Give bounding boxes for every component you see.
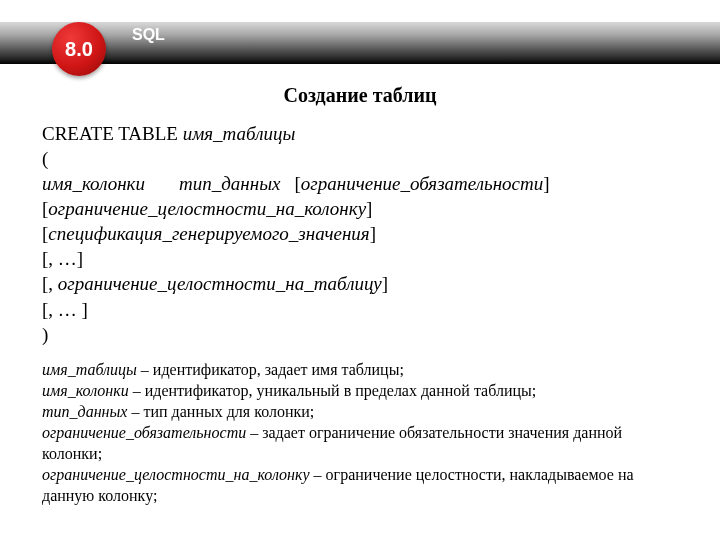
syntax-repeat-1: [, …] (42, 246, 678, 271)
ph-null-constraint: ограничение_обязательности (301, 173, 543, 194)
def-term: имя_колонки (42, 382, 129, 399)
definition-row: ограничение_целостности_на_колонку – огр… (42, 464, 678, 506)
keyword-create-table: CREATE TABLE (42, 123, 178, 144)
ph-col-name: имя_колонки (42, 173, 145, 194)
syntax-line-col: имя_колонкитип_данных[ограничение_обязат… (42, 171, 678, 196)
bracket-close-3: ] (370, 223, 376, 244)
syntax-repeat-2: [, … ] (42, 297, 678, 322)
ph-col-constraint: ограничение_целостности_на_колонку (48, 198, 366, 219)
definition-row: имя_колонки – идентификатор, уникальный … (42, 380, 678, 401)
bracket-close-2: ] (366, 198, 372, 219)
bracket-close-1: ] (543, 173, 549, 194)
version-badge-text: 8.0 (65, 38, 93, 61)
syntax-line-col-constraint: [ограничение_целостности_на_колонку] (42, 196, 678, 221)
ph-table-constraint: ограничение_целостности_на_таблицу (58, 273, 382, 294)
def-term: ограничение_обязательности (42, 424, 246, 441)
def-term: ограничение_целостности_на_колонку (42, 466, 310, 483)
syntax-open-paren: ( (42, 146, 678, 171)
ph-gen-spec: спецификация_генерируемого_значения (48, 223, 369, 244)
def-text: – идентификатор, уникальный в пределах д… (129, 382, 537, 399)
ph-table-name: имя_таблицы (183, 123, 296, 144)
def-term: имя_таблицы (42, 361, 137, 378)
tbl-constraint-suffix: ] (382, 273, 388, 294)
content: Создание таблиц CREATE TABLE имя_таблицы… (0, 64, 720, 506)
def-term: тип_данных (42, 403, 127, 420)
def-text: – идентификатор, задает имя таблицы; (137, 361, 404, 378)
definition-row: тип_данных – тип данных для колонки; (42, 401, 678, 422)
definition-row: ограничение_обязательности – задает огра… (42, 422, 678, 464)
syntax-close-paren: ) (42, 322, 678, 347)
page-title: Создание таблиц (42, 84, 678, 107)
tbl-constraint-prefix: [, (42, 273, 58, 294)
definitions-block: имя_таблицы – идентификатор, задает имя … (42, 359, 678, 507)
version-badge: 8.0 (52, 22, 106, 76)
definition-row: имя_таблицы – идентификатор, задает имя … (42, 359, 678, 380)
syntax-line-1: CREATE TABLE имя_таблицы (42, 121, 678, 146)
syntax-line-table-constraint: [, ограничение_целостности_на_таблицу] (42, 271, 678, 296)
header-bar: SQL (0, 22, 720, 64)
def-text: – тип данных для колонки; (127, 403, 314, 420)
sql-label: SQL (132, 26, 165, 44)
syntax-line-gen-spec: [спецификация_генерируемого_значения] (42, 221, 678, 246)
ph-data-type: тип_данных (179, 173, 281, 194)
syntax-block: CREATE TABLE имя_таблицы ( имя_колонкити… (42, 121, 678, 347)
